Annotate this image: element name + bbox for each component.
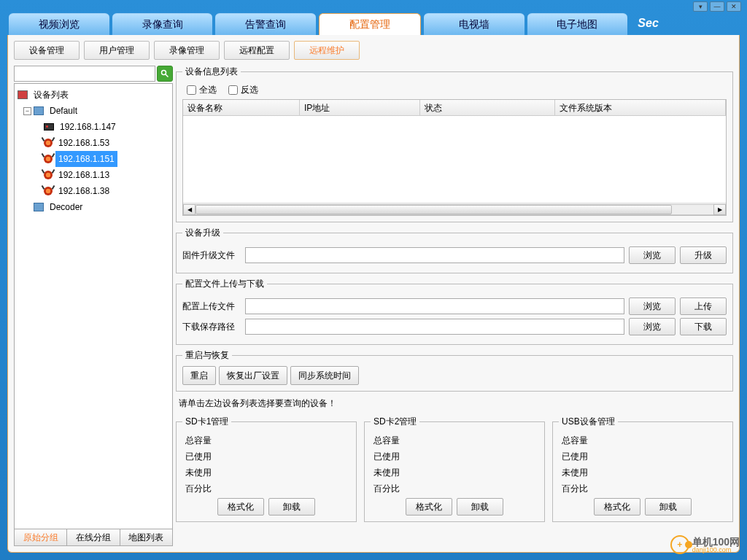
tree-group-default[interactable]: − Default xyxy=(16,103,171,119)
tree-selected-label: 192.168.1.151 xyxy=(55,151,117,167)
tree-device-item[interactable]: 192.168.1.147 xyxy=(16,119,171,135)
tree-group-label: Default xyxy=(47,103,80,119)
main-panel: 设备信息列表 全选 反选 设备名称 IP地址 状态 文件系统版本 ◀ xyxy=(176,66,733,546)
search-icon xyxy=(160,69,169,78)
app-body: 设备管理 用户管理 录像管理 远程配置 远程维护 设备列表 − De xyxy=(7,35,740,553)
tab-record-query[interactable]: 录像查询 xyxy=(112,13,213,35)
restart-group: 重启与恢复 重启 恢复出厂设置 同步系统时间 xyxy=(176,349,733,392)
sbtab-original-group[interactable]: 原始分组 xyxy=(15,529,67,545)
config-file-group: 配置文件上传与下载 配置上传文件 浏览 上传 下载保存路径 浏览 下载 xyxy=(176,278,733,345)
invert-select-checkbox[interactable]: 反选 xyxy=(228,84,258,96)
subtab-remote-maintain[interactable]: 远程维护 xyxy=(294,41,360,60)
scroll-right-icon[interactable]: ▶ xyxy=(713,204,726,215)
config-download-browse-button[interactable]: 浏览 xyxy=(629,318,676,335)
config-upload-button[interactable]: 上传 xyxy=(680,298,727,315)
sd1-manage-group: SD卡1管理 总容量 已使用 未使用 百分比 格式化 卸载 xyxy=(176,416,357,522)
scroll-track[interactable] xyxy=(196,204,713,215)
sd1-format-button[interactable]: 格式化 xyxy=(217,498,264,516)
tree-device-item[interactable]: 192.168.1.53 xyxy=(16,135,171,151)
config-download-button[interactable]: 下载 xyxy=(680,318,727,335)
brand-logo: Sec xyxy=(630,13,738,35)
sidebar-bottom-tabs: 原始分组 在线分组 地图列表 xyxy=(14,529,173,546)
sd2-unmount-button[interactable]: 卸载 xyxy=(457,498,503,516)
tab-config-manage[interactable]: 配置管理 xyxy=(319,13,421,35)
sub-tab-bar: 设备管理 用户管理 录像管理 远程配置 远程维护 xyxy=(8,35,739,60)
folder-icon xyxy=(34,106,44,115)
sbtab-online-group[interactable]: 在线分组 xyxy=(67,529,120,545)
col-device-name[interactable]: 设备名称 xyxy=(183,100,300,115)
tree-root[interactable]: 设备列表 xyxy=(16,87,171,103)
config-upload-browse-button[interactable]: 浏览 xyxy=(629,298,676,315)
device-table[interactable]: 设备名称 IP地址 状态 文件系统版本 ◀ ▶ xyxy=(182,99,727,216)
device-tree[interactable]: 设备列表 − Default 192.168.1.147 192.168.1.5… xyxy=(14,83,173,529)
sync-time-button[interactable]: 同步系统时间 xyxy=(290,366,359,385)
table-body xyxy=(183,116,726,203)
unused-label: 未使用 xyxy=(182,464,350,481)
hint-text: 请单击左边设备列表选择要查询的设备！ xyxy=(179,397,733,410)
tab-video-browse[interactable]: 视频浏览 xyxy=(9,13,109,35)
usb-unmount-button[interactable]: 卸载 xyxy=(645,498,692,516)
collapse-icon[interactable]: − xyxy=(23,107,31,115)
folder-icon xyxy=(34,203,44,211)
firmware-browse-button[interactable]: 浏览 xyxy=(629,246,676,264)
titlebar-minimize-button[interactable]: — xyxy=(710,1,724,12)
table-header: 设备名称 IP地址 状态 文件系统版本 xyxy=(183,100,726,116)
factory-reset-button[interactable]: 恢复出厂设置 xyxy=(219,366,287,385)
svg-line-1 xyxy=(166,74,169,77)
subtab-user-manage[interactable]: 用户管理 xyxy=(84,41,150,60)
svg-point-0 xyxy=(162,71,166,75)
tree-device-item[interactable]: 192.168.1.38 xyxy=(16,183,171,199)
tab-alarm-query[interactable]: 告警查询 xyxy=(215,13,316,35)
subtab-device-manage[interactable]: 设备管理 xyxy=(14,41,80,60)
total-capacity-label: 总容量 xyxy=(182,432,350,448)
restart-legend: 重启与恢复 xyxy=(182,349,232,362)
tree-root-label: 设备列表 xyxy=(31,87,71,103)
tree-device-item[interactable]: 192.168.1.13 xyxy=(16,167,171,183)
subtab-remote-config[interactable]: 远程配置 xyxy=(224,41,290,60)
device-upgrade-group: 设备升级 固件升级文件 浏览 升级 xyxy=(176,227,733,273)
tree-device-item[interactable]: 192.168.1.151 xyxy=(16,151,171,167)
window-titlebar: ▾ — ✕ xyxy=(0,0,747,13)
tree-group-decoder[interactable]: Decoder xyxy=(16,199,171,215)
col-status[interactable]: 状态 xyxy=(420,100,555,115)
tab-emap[interactable]: 电子地图 xyxy=(527,13,628,35)
device-info-group: 设备信息列表 全选 反选 设备名称 IP地址 状态 文件系统版本 ◀ xyxy=(176,66,733,222)
scroll-left-icon[interactable]: ◀ xyxy=(183,204,196,215)
config-upload-label: 配置上传文件 xyxy=(182,300,241,313)
device-search-input[interactable] xyxy=(14,66,155,82)
col-fs-version[interactable]: 文件系统版本 xyxy=(555,100,726,115)
select-all-checkbox[interactable]: 全选 xyxy=(187,84,217,96)
camera-icon xyxy=(44,171,53,179)
firmware-upgrade-button[interactable]: 升级 xyxy=(680,246,727,264)
config-legend: 配置文件上传与下载 xyxy=(182,278,267,290)
camera-icon xyxy=(44,139,53,147)
sbtab-map-list[interactable]: 地图列表 xyxy=(120,529,172,545)
firmware-file-input[interactable] xyxy=(245,247,624,263)
restart-button[interactable]: 重启 xyxy=(182,366,216,385)
sd2-format-button[interactable]: 格式化 xyxy=(406,498,452,516)
sd2-manage-group: SD卡2管理 总容量 已使用 未使用 百分比 格式化 卸载 xyxy=(364,416,545,522)
main-tab-bar: 视频浏览 录像查询 告警查询 配置管理 电视墙 电子地图 Sec xyxy=(0,13,747,35)
usb-format-button[interactable]: 格式化 xyxy=(594,498,640,516)
config-download-input[interactable] xyxy=(245,319,624,335)
scroll-thumb[interactable] xyxy=(196,205,672,214)
tree-group-label: Decoder xyxy=(47,199,85,215)
config-upload-input[interactable] xyxy=(245,298,624,314)
device-search-button[interactable] xyxy=(157,66,173,82)
horizontal-scrollbar[interactable]: ◀ ▶ xyxy=(183,203,726,215)
storage-row: SD卡1管理 总容量 已使用 未使用 百分比 格式化 卸载 SD卡2管理 总容量… xyxy=(176,416,733,522)
col-ip[interactable]: IP地址 xyxy=(300,100,420,115)
titlebar-close-button[interactable]: ✕ xyxy=(727,1,741,12)
dvr-icon xyxy=(44,123,54,131)
percent-label: 百分比 xyxy=(182,481,350,497)
titlebar-dropdown-button[interactable]: ▾ xyxy=(693,1,708,12)
subtab-record-manage[interactable]: 录像管理 xyxy=(154,41,220,60)
config-download-label: 下载保存路径 xyxy=(182,321,241,333)
upgrade-legend: 设备升级 xyxy=(182,227,223,239)
usb-manage-group: USB设备管理 总容量 已使用 未使用 百分比 格式化 卸载 xyxy=(552,416,733,522)
sd1-unmount-button[interactable]: 卸载 xyxy=(268,498,315,516)
camera-icon xyxy=(44,155,53,163)
tab-tv-wall[interactable]: 电视墙 xyxy=(424,13,525,35)
camera-icon xyxy=(44,187,53,195)
used-label: 已使用 xyxy=(182,448,350,464)
